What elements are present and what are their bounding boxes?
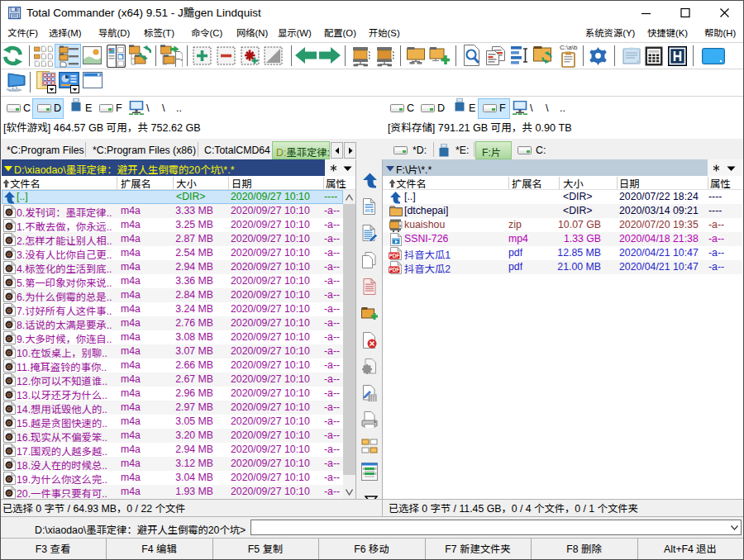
svg-text:PDF: PDF (389, 267, 399, 273)
svg-text:PDF: PDF (389, 253, 399, 259)
